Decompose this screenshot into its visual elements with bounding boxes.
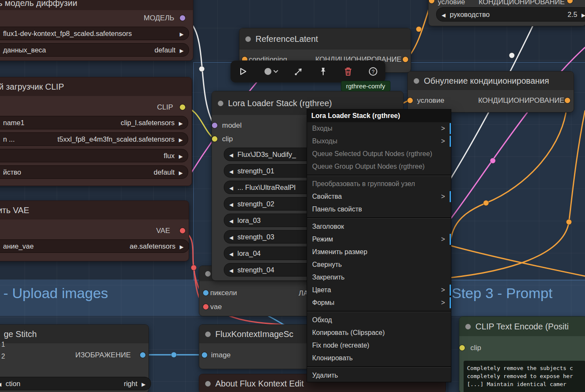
menu-item-colors[interactable]: Цвета: [307, 284, 451, 296]
combo-left-arrow-icon[interactable]: [229, 217, 233, 225]
prompt-textarea[interactable]: Completely remove the subjects c complet…: [464, 361, 585, 392]
widget-clip-device[interactable]: йство default: [0, 165, 188, 179]
combo-left-arrow-icon[interactable]: [229, 184, 233, 192]
node-flux-kontext-image-scale[interactable]: FluxKontextImageSc image: [199, 324, 315, 369]
connection-arrow-icon[interactable]: [294, 66, 304, 77]
widget-weight-dtype[interactable]: данных_веса default: [0, 43, 189, 57]
port-pixels-input[interactable]: [203, 290, 209, 296]
combo-right-arrow-icon[interactable]: [179, 168, 183, 176]
port-conditioning-output[interactable]: [565, 98, 570, 103]
combo-left-arrow-icon[interactable]: [229, 266, 233, 274]
widget-unet-name[interactable]: flux1-dev-kontext_fp8_scaled.safetensors: [0, 27, 189, 40]
menu-item-outputs[interactable]: Выходы: [307, 135, 451, 148]
node-header[interactable]: CLIP Text Encode (Positi: [459, 317, 585, 336]
group-title-upload[interactable]: - Upload images: [3, 285, 108, 302]
node-conditioning-zero-out[interactable]: Обнуление кондиционирования условие КОНД…: [407, 71, 574, 112]
run-icon[interactable]: [238, 66, 248, 77]
combo-right-arrow-icon[interactable]: [180, 242, 184, 250]
port-clip-input[interactable]: [459, 345, 465, 351]
combo-right-arrow-icon[interactable]: [179, 152, 183, 160]
menu-item-shapes[interactable]: Формы: [307, 296, 451, 309]
port-vae-input[interactable]: [203, 304, 209, 310]
output-row-clip: CLIP: [0, 102, 192, 112]
menu-item-bypass[interactable]: Обход: [307, 314, 451, 326]
menu-item-pin[interactable]: Закрепить: [307, 271, 451, 284]
node-collapse-dot[interactable]: [414, 78, 419, 84]
node-header[interactable]: FluxKontextImageSc: [199, 325, 314, 343]
menu-item-properties[interactable]: Свойства: [307, 190, 451, 203]
pin-icon[interactable]: [318, 66, 328, 77]
port-image-output[interactable]: [140, 352, 146, 358]
port-model-input[interactable]: [212, 123, 217, 128]
slot-row-conditioning: условие КОНДИЦИОНИРОВАНИЕ: [428, 0, 585, 7]
node-collapse-dot[interactable]: [205, 332, 211, 337]
node-collapse-dot[interactable]: [218, 101, 223, 106]
menu-item-mode[interactable]: Режим: [307, 233, 451, 246]
node-header[interactable]: ной загрузчик CLIP: [0, 77, 192, 96]
port-image-input[interactable]: [202, 352, 207, 358]
menu-item-title[interactable]: Заголовок: [307, 220, 451, 233]
widget-label: strength_02: [237, 200, 274, 208]
port-conditioning-output[interactable]: [403, 57, 408, 62]
node-load-vae[interactable]: узить VAE VAE ание_vae ae.safetensors: [0, 200, 189, 261]
widget-label: n ...: [3, 135, 15, 143]
combo-left-arrow-icon[interactable]: [0, 380, 1, 388]
widget-value: default: [154, 46, 176, 54]
trash-icon[interactable]: [343, 66, 353, 77]
node-collapse-dot[interactable]: [465, 324, 471, 329]
menu-item-convert-group[interactable]: Преобразовать в групповой узел: [307, 178, 451, 190]
graph-canvas[interactable]: - Upload images Step 3 - Prompt: [0, 0, 585, 392]
node-header[interactable]: ReferenceLatent: [239, 28, 411, 49]
combo-left-arrow-icon[interactable]: [229, 167, 233, 175]
menu-item-remove[interactable]: Удалить: [307, 369, 451, 382]
node-collapse-dot[interactable]: [205, 271, 211, 277]
widget-clip-type[interactable]: flux: [0, 149, 188, 162]
combo-right-arrow-icon[interactable]: [179, 119, 183, 127]
combo-right-arrow-icon[interactable]: [582, 11, 585, 19]
widget-clip-name1[interactable]: name1 clip_l.safetensors: [0, 116, 188, 129]
port-vae-output[interactable]: [180, 228, 185, 233]
node-header[interactable]: ить модель диффузии: [0, 0, 193, 10]
combo-left-arrow-icon[interactable]: [229, 200, 233, 208]
menu-item-inputs[interactable]: Входы: [307, 122, 451, 135]
combo-left-arrow-icon[interactable]: [229, 249, 233, 258]
port-clip-input[interactable]: [212, 136, 217, 142]
combo-right-arrow-icon[interactable]: [180, 46, 184, 54]
menu-item-queue-group[interactable]: Queue Group Output Nodes (rgthree): [307, 160, 451, 173]
port-conditioning-input[interactable]: [407, 98, 413, 103]
reroute-dot-white-2[interactable]: [509, 53, 515, 58]
widget-guidance[interactable]: руководство 2.5: [436, 7, 585, 22]
node-header[interactable]: ge Stitch: [0, 325, 148, 343]
node-header[interactable]: Обнуление кондиционирования: [408, 71, 574, 90]
node-header[interactable]: узить VAE: [0, 201, 189, 219]
menu-item-clone[interactable]: Клонировать: [307, 352, 451, 365]
node-image-stitch[interactable]: ge Stitch 1 2 ИЗОБРАЖЕНИЕ ction right: [0, 324, 149, 392]
menu-item-properties-panel[interactable]: Панель свойств: [307, 203, 451, 216]
node-collapse-dot[interactable]: [245, 36, 251, 42]
node-collapse-dot[interactable]: [205, 381, 211, 387]
reroute-dot-orange-1[interactable]: [416, 27, 422, 32]
menu-item-fix-node[interactable]: Fix node (recreate): [307, 339, 451, 352]
mode-circle-icon[interactable]: [263, 66, 279, 77]
combo-left-arrow-icon[interactable]: [229, 233, 233, 241]
node-flux-guidance[interactable]: условие КОНДИЦИОНИРОВАНИЕ руководство 2.…: [428, 0, 585, 26]
combo-left-arrow-icon[interactable]: [229, 151, 233, 159]
widget-direction[interactable]: ction right: [0, 377, 151, 390]
menu-item-collapse[interactable]: Свернуть: [307, 258, 451, 271]
node-clip-text-encode[interactable]: CLIP Text Encode (Positi clip Completely…: [459, 316, 585, 392]
node-load-diffusion[interactable]: ить модель диффузии МОДЕЛЬ flux1-dev-kon…: [0, 0, 193, 61]
node-dual-clip-loader[interactable]: ной загрузчик CLIP CLIP name1 clip_l.saf…: [0, 77, 192, 186]
combo-right-arrow-icon[interactable]: [179, 135, 183, 143]
menu-item-resize[interactable]: Изменить размер: [307, 246, 451, 258]
group-title-prompt[interactable]: Step 3 - Prompt: [452, 285, 552, 302]
combo-right-arrow-icon[interactable]: [180, 30, 184, 38]
menu-item-queue-selected[interactable]: Queue Selected Output Nodes (rgthree): [307, 148, 451, 160]
combo-right-arrow-icon[interactable]: [142, 380, 146, 388]
widget-vae-name[interactable]: ание_vae ae.safetensors: [0, 239, 189, 253]
menu-item-copy-clipspace[interactable]: Копировать (Clipspace): [307, 326, 451, 339]
port-model-output[interactable]: [180, 15, 185, 21]
combo-left-arrow-icon[interactable]: [442, 11, 445, 19]
widget-clip-name2[interactable]: n ... t5xxl_fp8_e4m3fn_scaled.safetensor…: [0, 132, 188, 146]
port-clip-output[interactable]: [180, 104, 185, 110]
help-icon[interactable]: ?: [368, 66, 378, 77]
